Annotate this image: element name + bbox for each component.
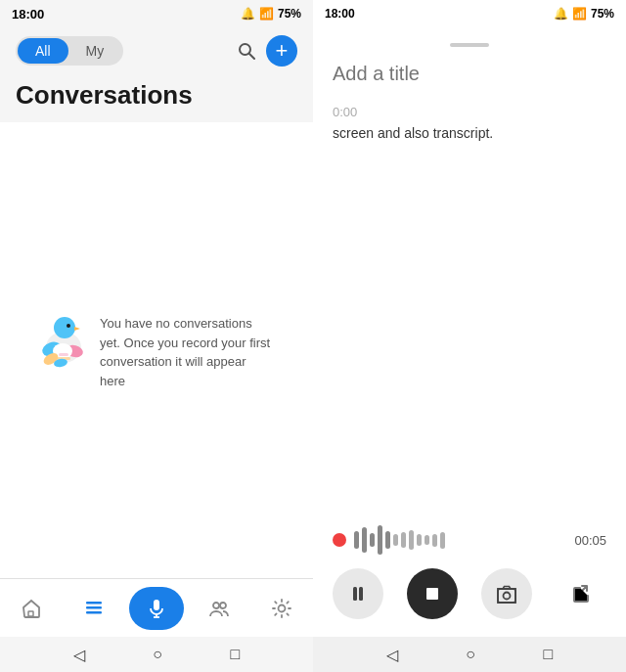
bar-6 xyxy=(393,534,398,546)
svg-point-5 xyxy=(67,324,70,328)
left-panel: 18:00 🔔 📶 75% All My + Conversations xyxy=(0,0,313,672)
camera-button[interactable] xyxy=(481,568,532,619)
recording-timer: 00:05 xyxy=(574,533,606,548)
bar-4 xyxy=(378,525,382,555)
svg-rect-16 xyxy=(86,611,102,614)
nav-home[interactable] xyxy=(4,587,59,630)
pause-icon xyxy=(348,584,368,604)
battery-right: 75% xyxy=(591,7,614,21)
transcript-text: screen and also transcript. xyxy=(333,123,606,144)
svg-marker-4 xyxy=(74,327,80,331)
svg-point-21 xyxy=(220,603,226,608)
svg-point-3 xyxy=(54,317,75,338)
status-icons-left: 🔔 📶 75% xyxy=(241,7,301,21)
bar-10 xyxy=(425,535,429,545)
bar-7 xyxy=(401,532,406,548)
bar-12 xyxy=(440,532,445,549)
bar-5 xyxy=(385,531,390,549)
time-right: 18:00 xyxy=(325,7,355,21)
right-panel: 18:00 🔔 📶 75% 0:00 screen and also trans… xyxy=(313,0,626,672)
bottom-nav xyxy=(0,578,313,637)
svg-line-1 xyxy=(249,54,254,59)
bar-3 xyxy=(370,533,375,547)
share-icon xyxy=(570,583,592,605)
bird-illustration xyxy=(39,310,88,369)
people-icon xyxy=(208,598,230,619)
empty-state: You have no conversations yet. Once you … xyxy=(20,291,293,410)
tab-group: All My xyxy=(16,36,123,66)
tab-all[interactable]: All xyxy=(18,38,68,64)
nav-list[interactable] xyxy=(67,587,121,630)
left-header: All My + xyxy=(0,27,313,76)
empty-state-text: You have no conversations yet. Once you … xyxy=(100,310,274,390)
conversations-content: You have no conversations yet. Once you … xyxy=(0,122,313,578)
wifi-icon: 📶 xyxy=(259,7,274,21)
transcript-time: 0:00 xyxy=(333,105,606,119)
stop-button[interactable] xyxy=(407,568,458,619)
svg-rect-15 xyxy=(86,606,102,609)
system-nav-right: ◁ ○ □ xyxy=(313,637,626,672)
page-title: Conversations xyxy=(0,76,313,122)
svg-point-20 xyxy=(213,603,219,608)
home-icon xyxy=(21,598,42,619)
nav-settings[interactable] xyxy=(254,587,309,630)
status-icons-right: 🔔 📶 75% xyxy=(554,7,614,21)
list-icon xyxy=(83,598,105,619)
home-button-left[interactable]: ○ xyxy=(153,646,162,663)
svg-rect-24 xyxy=(359,587,363,601)
svg-point-27 xyxy=(504,593,511,600)
search-button[interactable] xyxy=(237,41,256,61)
time-left: 18:00 xyxy=(12,7,44,22)
add-conversation-button[interactable]: + xyxy=(266,35,297,67)
right-content: 0:00 screen and also transcript. xyxy=(313,27,626,514)
svg-rect-26 xyxy=(498,589,515,603)
status-bar-left: 18:00 🔔 📶 75% xyxy=(0,0,313,27)
bar-1 xyxy=(354,531,359,549)
stop-icon xyxy=(423,584,442,604)
svg-point-22 xyxy=(279,605,286,611)
back-button-left[interactable]: ◁ xyxy=(73,646,85,664)
bar-11 xyxy=(432,534,437,547)
bar-9 xyxy=(417,534,422,546)
battery-left: 75% xyxy=(278,7,301,21)
recents-button-left[interactable]: □ xyxy=(231,646,241,663)
mic-icon xyxy=(146,598,167,619)
recents-button-right[interactable]: □ xyxy=(544,646,554,663)
waveform-bars xyxy=(354,525,566,555)
status-bar-right: 18:00 🔔 📶 75% xyxy=(313,0,626,27)
waveform-row: 00:05 xyxy=(333,525,606,555)
notification-icon-right: 🔔 xyxy=(554,7,568,21)
recording-area: 00:05 xyxy=(313,514,626,637)
system-nav-left: ◁ ○ □ xyxy=(0,637,313,672)
svg-rect-25 xyxy=(426,588,438,600)
svg-rect-14 xyxy=(86,602,102,605)
svg-rect-23 xyxy=(353,587,357,601)
record-dot xyxy=(333,533,346,547)
nav-mic[interactable] xyxy=(129,587,184,630)
notification-icon: 🔔 xyxy=(241,7,255,21)
playback-controls xyxy=(333,568,606,619)
search-icon xyxy=(237,41,256,61)
header-actions: + xyxy=(237,35,297,67)
title-input[interactable] xyxy=(333,63,606,85)
svg-rect-17 xyxy=(154,600,159,610)
wifi-icon-right: 📶 xyxy=(572,7,587,21)
nav-people[interactable] xyxy=(192,587,246,630)
drag-handle[interactable] xyxy=(450,43,489,47)
share-button[interactable] xyxy=(556,568,606,619)
settings-icon xyxy=(271,598,292,619)
svg-rect-13 xyxy=(28,611,33,616)
bar-2 xyxy=(362,527,367,553)
pause-button[interactable] xyxy=(333,568,383,619)
home-button-right[interactable]: ○ xyxy=(466,646,475,663)
camera-icon xyxy=(496,583,517,605)
bar-8 xyxy=(409,530,414,550)
back-button-right[interactable]: ◁ xyxy=(386,646,398,664)
svg-rect-10 xyxy=(59,353,68,356)
tab-my[interactable]: My xyxy=(68,38,122,64)
